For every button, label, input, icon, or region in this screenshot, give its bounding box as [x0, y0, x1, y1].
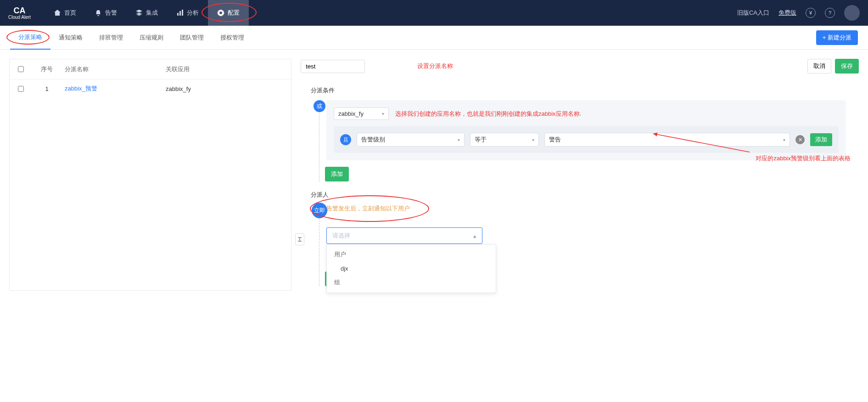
- th-seq: 序号: [32, 65, 62, 74]
- select-operator-value: 等于: [475, 136, 487, 144]
- add-condition-button[interactable]: 添加: [810, 133, 832, 146]
- section-assignees: 分派人 立即 告警发生后，立刻通知以下用户 请选择 ▴ 用户 djx 组: [301, 186, 859, 291]
- td-name-link[interactable]: zabbix_预警: [65, 85, 97, 92]
- tab-dispatch-policy[interactable]: 分派策略: [10, 26, 50, 50]
- new-dispatch-button[interactable]: + 新建分派: [816, 30, 858, 45]
- sub-nav: 分派策略 通知策略 排班管理 压缩规则 团队管理 授权管理 + 新建分派: [0, 26, 868, 50]
- svg-rect-1: [179, 11, 181, 16]
- nav-integration[interactable]: 集成: [126, 0, 167, 26]
- dropdown-group-user: 用户: [327, 247, 496, 262]
- select-value-value: 警告: [549, 136, 561, 144]
- save-button[interactable]: 保存: [835, 59, 859, 74]
- layers-icon: [135, 9, 143, 17]
- td-app: zabbix_fy: [163, 85, 291, 92]
- home-icon: [54, 9, 61, 17]
- select-value[interactable]: 警告 ▾: [544, 133, 790, 147]
- top-nav: CA Cloud Alert 首页 告警 集成 分析 配置 旧版CA入口 免费版…: [0, 0, 868, 26]
- node-immediate: 立即: [312, 203, 327, 218]
- select-assignee-placeholder: 请选择: [332, 232, 350, 240]
- node-or: 或: [314, 100, 325, 112]
- svg-rect-2: [182, 10, 183, 16]
- hint-title: 设置分派名称: [417, 62, 453, 70]
- warn-text: 告警发生后，立刻通知以下用户: [326, 205, 410, 212]
- tab-notify-policy[interactable]: 通知策略: [50, 26, 91, 50]
- top-right: 旧版CA入口 免费版 ¥ ?: [737, 5, 860, 21]
- checkbox-all[interactable]: [18, 66, 24, 72]
- cancel-button[interactable]: 取消: [807, 59, 831, 74]
- hint-app: 选择我们创建的应用名称，也就是我们刚刚创建的集成zabbix应用名称.: [395, 110, 581, 118]
- hint-level: 对应的zabbix预警级别看上面的表格: [756, 154, 851, 163]
- chevron-down-icon: ▾: [458, 137, 460, 142]
- tab-dispatch-label: 分派策略: [18, 33, 42, 41]
- nav-home[interactable]: 首页: [45, 0, 85, 26]
- td-seq: 1: [32, 85, 62, 92]
- dispatch-form: 设置分派名称 取消 保存 分派条件 或 zabbix_fy ▾ 选择我们创建的应…: [301, 59, 859, 291]
- tab-schedule[interactable]: 排班管理: [91, 26, 131, 50]
- main: 序号 分派名称 关联应用 1 zabbix_预警 zabbix_fy 设置分派名…: [0, 50, 868, 300]
- remove-condition-button[interactable]: ✕: [795, 135, 805, 144]
- rmb-icon[interactable]: ¥: [806, 8, 816, 18]
- link-old-entry[interactable]: 旧版CA入口: [737, 9, 769, 17]
- condition-card: zabbix_fy ▾ 选择我们创建的应用名称，也就是我们刚刚创建的集成zabb…: [326, 100, 846, 160]
- select-assignee[interactable]: 请选择 ▴: [326, 227, 482, 244]
- nav-alarm[interactable]: 告警: [85, 0, 126, 26]
- chevron-down-icon: ▾: [382, 111, 384, 116]
- tab-compress[interactable]: 压缩规则: [131, 26, 172, 50]
- add-or-block-button[interactable]: 添加: [325, 167, 349, 181]
- brand-title: CA: [13, 6, 25, 15]
- table-header: 序号 分派名称 关联应用: [10, 59, 291, 79]
- checkbox-row[interactable]: [18, 86, 24, 92]
- dispatch-name-input[interactable]: [301, 60, 365, 73]
- nav-config-label: 配置: [228, 9, 240, 17]
- section-assignees-label: 分派人: [311, 191, 846, 199]
- alarm-icon: [95, 9, 102, 17]
- chevron-up-icon: ▴: [473, 232, 476, 239]
- nav-analysis[interactable]: 分析: [167, 0, 208, 26]
- nav-config[interactable]: 配置: [208, 0, 249, 26]
- avatar[interactable]: [844, 5, 860, 21]
- node-and: 且: [340, 134, 351, 145]
- dropdown-item-djx[interactable]: djx: [327, 262, 496, 275]
- select-app-value: zabbix_fy: [338, 110, 364, 117]
- brand-sub: Cloud Alert: [8, 15, 31, 20]
- chevron-down-icon: ▾: [532, 137, 534, 142]
- select-app[interactable]: zabbix_fy ▾: [334, 108, 389, 120]
- section-conditions: 分派条件 或 zabbix_fy ▾ 选择我们创建的应用名称，也就是我们刚刚创建…: [301, 82, 859, 186]
- table-row[interactable]: 1 zabbix_预警 zabbix_fy: [10, 79, 291, 98]
- link-free[interactable]: 免费版: [778, 9, 796, 17]
- nav-alarm-label: 告警: [105, 9, 117, 17]
- help-icon[interactable]: ?: [825, 8, 835, 18]
- tab-team[interactable]: 团队管理: [172, 26, 212, 50]
- select-field[interactable]: 告警级别 ▾: [357, 133, 465, 147]
- select-field-value: 告警级别: [361, 136, 385, 144]
- nav-integration-label: 集成: [146, 9, 158, 17]
- assignee-dropdown: 用户 djx 组: [326, 244, 496, 293]
- svg-rect-0: [177, 13, 179, 16]
- condition-inner-row: 且 告警级别 ▾ 等于 ▾ 警告 ▾ ✕: [334, 126, 839, 153]
- gear-icon: [217, 9, 224, 17]
- tab-auth[interactable]: 授权管理: [212, 26, 252, 50]
- th-name: 分派名称: [62, 65, 163, 74]
- section-conditions-label: 分派条件: [311, 86, 846, 95]
- collapse-toggle[interactable]: [295, 233, 304, 245]
- nav-analysis-label: 分析: [187, 9, 199, 17]
- brand: CA Cloud Alert: [8, 6, 31, 20]
- dropdown-group-group: 组: [327, 275, 496, 290]
- select-operator[interactable]: 等于 ▾: [470, 133, 539, 147]
- th-app: 关联应用: [163, 65, 291, 74]
- nav-home-label: 首页: [64, 9, 76, 17]
- chart-icon: [176, 9, 184, 17]
- dispatch-table: 序号 分派名称 关联应用 1 zabbix_预警 zabbix_fy: [9, 59, 291, 291]
- chevron-down-icon: ▾: [783, 137, 785, 142]
- title-row: 设置分派名称 取消 保存: [301, 59, 859, 74]
